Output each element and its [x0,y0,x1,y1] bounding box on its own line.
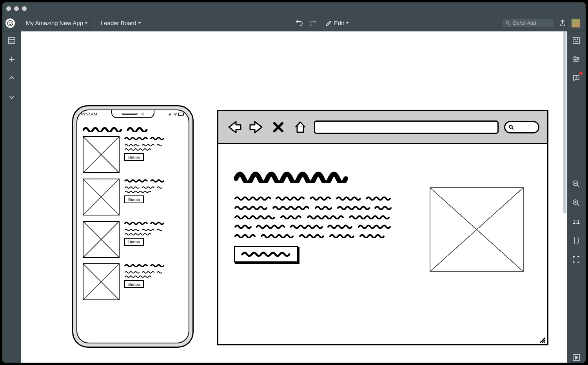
list-item: Button [83,179,183,215]
add-icon[interactable] [7,54,17,64]
panels-icon[interactable] [7,35,17,46]
browser-search-pill[interactable] [504,121,539,133]
canvas-scrollbar[interactable] [563,31,567,363]
browser-mockup[interactable] [217,110,548,345]
battery-icon [178,113,185,116]
heading-placeholder [234,168,532,183]
zoom-out-icon[interactable] [571,179,581,189]
app-logo-icon[interactable] [5,18,15,28]
phone-screen: 09:52 AM [76,110,189,343]
browser-back-icon[interactable] [226,119,243,135]
image-placeholder[interactable] [83,179,120,215]
svg-point-10 [575,39,575,40]
text-placeholder [124,228,183,231]
list-item: Button [83,136,183,173]
svg-point-13 [577,58,579,60]
svg-rect-9 [573,37,579,44]
comments-icon[interactable]: 1 [571,73,581,83]
comment-count: 1 [575,75,577,79]
wireframe-button[interactable]: Button [124,153,144,161]
browser-url-bar[interactable] [314,120,499,134]
text-placeholder [124,143,183,146]
image-placeholder[interactable] [83,136,120,173]
image-placeholder[interactable] [83,263,120,300]
window-close-icon[interactable] [6,6,11,11]
text-placeholder [124,270,183,274]
quick-add-placeholder: Quick Add [513,20,536,26]
svg-point-3 [506,21,509,24]
phone-time: 09:52 AM [81,112,97,116]
browser-forward-icon[interactable] [248,119,265,135]
page-dropdown[interactable]: Leader Board [95,15,147,31]
zoom-in-icon[interactable] [571,198,581,208]
signal-icon [168,113,172,116]
user-avatar[interactable] [572,19,580,27]
svg-point-14 [575,60,576,62]
svg-rect-4 [9,37,15,44]
list-item: Button [83,263,183,300]
text-placeholder [124,179,183,182]
browser-body [218,144,547,344]
image-placeholder[interactable] [430,187,524,272]
settings-icon[interactable] [571,54,581,64]
zoom-fit-icon[interactable] [571,235,581,246]
svg-point-0 [7,20,13,26]
text-placeholder [124,190,183,193]
project-dropdown[interactable]: My Amazing New App [20,15,93,31]
chevron-down-icon [138,22,141,24]
redo-button[interactable] [309,19,318,27]
search-icon [508,124,514,130]
svg-point-1 [9,22,10,23]
text-placeholder [124,263,183,267]
window-minimize-icon[interactable] [14,6,19,11]
collapse-down-icon[interactable] [7,92,17,102]
undo-button[interactable] [295,19,303,27]
main-toolbar: My Amazing New App Leader Board Edit [2,15,586,31]
wireframe-button[interactable]: Button [124,195,144,203]
image-placeholder[interactable] [83,221,120,258]
wireframe-button[interactable]: Button [124,280,144,288]
window-zoom-icon[interactable] [22,6,27,11]
right-rail: 1 1:1 [567,31,586,363]
fullscreen-icon[interactable] [571,254,581,265]
chevron-down-icon [346,22,349,24]
browser-home-icon[interactable] [292,119,309,135]
pencil-icon [325,20,332,27]
titlebar [2,2,586,15]
svg-rect-7 [183,113,184,115]
svg-point-11 [577,39,578,40]
svg-point-8 [509,125,512,128]
search-icon [506,21,510,26]
chevron-down-icon [85,22,88,24]
share-button[interactable] [558,19,567,27]
canvas[interactable]: 09:52 AM [21,31,567,363]
list-item: Button [83,221,183,258]
scrollbar-thumb[interactable] [563,31,566,214]
play-icon[interactable] [571,352,581,363]
text-placeholder [124,148,183,151]
inspector-icon[interactable] [571,35,581,46]
text-placeholder [124,275,183,278]
browser-toolbar [218,111,547,144]
separator [94,18,94,28]
svg-point-5 [175,115,176,116]
zoom-actual-button[interactable]: 1:1 [571,217,581,227]
text-placeholder [124,232,183,235]
quick-add-input[interactable]: Quick Add [503,19,554,27]
wireframe-cta-button[interactable] [234,246,298,263]
svg-point-12 [574,57,575,58]
page-name-label: Leader Board [101,20,136,26]
app-window: My Amazing New App Leader Board Edit [2,2,586,363]
collapse-up-icon[interactable] [7,73,17,83]
svg-point-2 [11,22,12,23]
browser-stop-icon[interactable] [270,119,287,135]
phone-mockup[interactable]: 09:52 AM [72,105,194,348]
notification-badge [579,72,583,75]
edit-mode-dropdown[interactable]: Edit [323,20,354,27]
project-name-label: My Amazing New App [26,20,83,26]
text-placeholder [124,136,183,140]
svg-rect-6 [179,113,183,115]
wireframe-button[interactable]: Button [124,238,144,246]
resize-grip-icon[interactable] [538,336,546,343]
phone-status-icons [168,112,185,116]
